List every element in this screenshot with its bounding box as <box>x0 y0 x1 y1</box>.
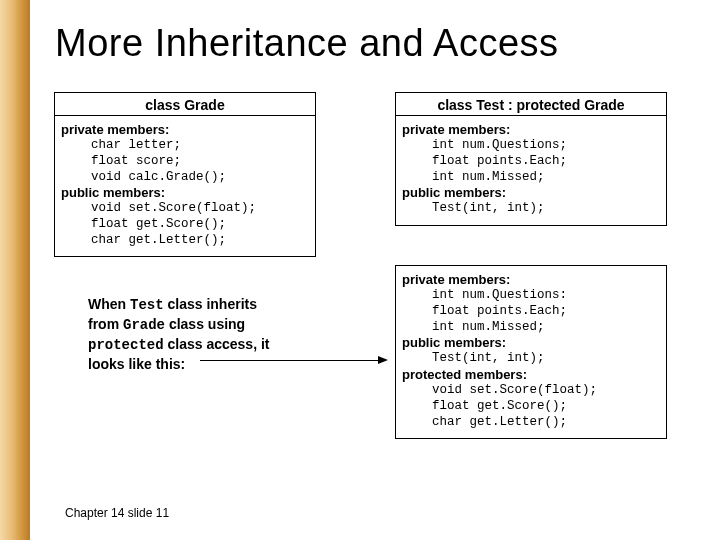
narrative-seg: looks like this: <box>88 356 185 372</box>
test-private-line: float points.Each; <box>402 154 660 170</box>
narrative-line: looks like this: <box>88 355 318 374</box>
result-protected-line: char get.Letter(); <box>402 415 660 431</box>
narrative-seg: class access, it <box>164 336 270 352</box>
box-result-body: private members: int num.Questions: floa… <box>396 266 666 438</box>
grade-public-line: float get.Score(); <box>61 217 309 233</box>
test-public-line: Test(int, int); <box>402 201 660 217</box>
grade-private-line: void calc.Grade(); <box>61 170 309 186</box>
narrative-seg: class using <box>165 316 245 332</box>
box-grade-header: class Grade <box>55 93 315 115</box>
narrative-text: When Test class inherits from Grade clas… <box>88 295 318 374</box>
box-class-grade: class Grade private members: char letter… <box>54 92 316 257</box>
narrative-seg: from <box>88 316 123 332</box>
result-private-label: private members: <box>402 272 660 288</box>
result-private-line: int num.Missed; <box>402 320 660 336</box>
result-private-line: int num.Questions: <box>402 288 660 304</box>
narrative-seg: class inherits <box>164 296 257 312</box>
slide-footer: Chapter 14 slide 11 <box>65 506 169 520</box>
result-protected-label: protected members: <box>402 367 660 383</box>
grade-private-line: float score; <box>61 154 309 170</box>
grade-public-label: public members: <box>61 185 309 201</box>
grade-private-label: private members: <box>61 122 309 138</box>
result-protected-line: float get.Score(); <box>402 399 660 415</box>
narrative-code: protected <box>88 337 164 353</box>
grade-public-line: void set.Score(float); <box>61 201 309 217</box>
grade-public-line: char get.Letter(); <box>61 233 309 249</box>
narrative-code: Test <box>130 297 164 313</box>
narrative-line: When Test class inherits <box>88 295 318 315</box>
result-public-label: public members: <box>402 335 660 351</box>
box-grade-body: private members: char letter; float scor… <box>55 115 315 256</box>
box-class-test: class Test : protected Grade private mem… <box>395 92 667 226</box>
result-private-line: float points.Each; <box>402 304 660 320</box>
test-public-label: public members: <box>402 185 660 201</box>
box-test-body: private members: int num.Questions; floa… <box>396 115 666 225</box>
slide-sidebar-gradient <box>0 0 30 540</box>
narrative-seg: When <box>88 296 130 312</box>
box-result: private members: int num.Questions: floa… <box>395 265 667 439</box>
narrative-code: Grade <box>123 317 165 333</box>
result-protected-line: void set.Score(float); <box>402 383 660 399</box>
test-private-line: int num.Missed; <box>402 170 660 186</box>
page-title: More Inheritance and Access <box>55 22 559 65</box>
narrative-line: from Grade class using <box>88 315 318 335</box>
test-private-label: private members: <box>402 122 660 138</box>
narrative-line: protected class access, it <box>88 335 318 355</box>
test-private-line: int num.Questions; <box>402 138 660 154</box>
grade-private-line: char letter; <box>61 138 309 154</box>
box-test-header: class Test : protected Grade <box>396 93 666 115</box>
result-public-line: Test(int, int); <box>402 351 660 367</box>
